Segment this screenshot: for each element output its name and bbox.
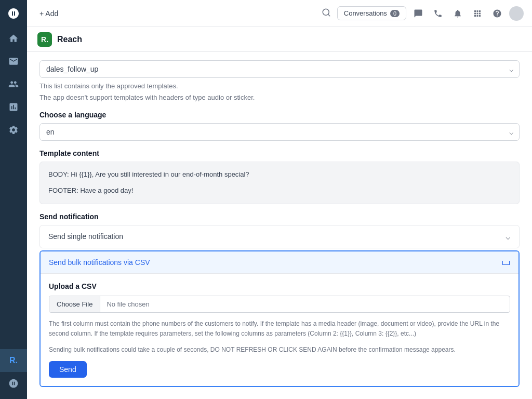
- sidebar-item-settings[interactable]: [0, 118, 27, 141]
- send-button[interactable]: Send: [49, 361, 87, 378]
- topnav: + Add Conversations 0: [27, 0, 532, 27]
- app-logo[interactable]: [0, 0, 27, 27]
- template-footer-text: FOOTER: Have a good day!: [48, 185, 511, 196]
- sidebar-item-reach[interactable]: R.: [0, 349, 27, 372]
- brand-bar: R. Reach: [27, 27, 532, 52]
- conversations-label: Conversations: [344, 9, 387, 17]
- chat-icon[interactable]: [410, 7, 426, 20]
- search-icon[interactable]: [320, 6, 333, 21]
- single-notification-header[interactable]: Send single notification ⌵: [40, 225, 519, 248]
- choose-file-button[interactable]: Choose File: [49, 296, 100, 312]
- template-dropdown[interactable]: dales_follow_up: [39, 60, 520, 78]
- help-icon[interactable]: [489, 7, 505, 20]
- bulk-notification-header[interactable]: Send bulk notifications via CSV ⌴: [41, 251, 518, 273]
- brand-name: Reach: [57, 35, 82, 44]
- send-notification-label: Send notification: [39, 212, 520, 221]
- conversations-badge: 0: [390, 10, 400, 17]
- bulk-notification-chevron: ⌴: [502, 258, 510, 267]
- single-notification-title: Send single notification: [48, 232, 123, 241]
- sidebar-item-home[interactable]: [0, 27, 27, 50]
- template-content-box: BODY: Hi {{1}}, Are you still interested…: [39, 162, 520, 204]
- csv-description-2: Sending bulk notifications could take a …: [49, 345, 510, 355]
- sidebar-item-zendesk[interactable]: [0, 372, 27, 395]
- file-name-display: No file chosen: [100, 296, 510, 312]
- user-avatar[interactable]: [509, 6, 524, 21]
- bell-icon[interactable]: [450, 7, 466, 20]
- sidebar-item-inbox[interactable]: [0, 50, 27, 73]
- apps-icon[interactable]: [470, 7, 485, 20]
- phone-icon[interactable]: [430, 7, 446, 20]
- conversations-button[interactable]: Conversations 0: [337, 6, 406, 20]
- single-notification-accordion: Send single notification ⌵: [39, 225, 520, 248]
- info-line-1: This list contains only the approved tem…: [39, 81, 520, 91]
- single-notification-chevron: ⌵: [506, 232, 511, 242]
- template-content-label: Template content: [39, 149, 520, 157]
- csv-description-1: The first column must contain the phone …: [49, 319, 510, 339]
- main-area: + Add Conversations 0 R. Reach: [27, 0, 532, 399]
- content-area: dales_follow_up ⌵ This list contains onl…: [27, 52, 532, 399]
- bulk-notification-accordion: Send bulk notifications via CSV ⌴ Upload…: [39, 250, 520, 388]
- template-body-text: BODY: Hi {{1}}, Are you still interested…: [48, 169, 511, 180]
- brand-logo: R.: [37, 32, 52, 47]
- language-dropdown-container: en ⌵: [39, 123, 520, 141]
- upload-csv-label: Upload a CSV: [49, 282, 510, 290]
- sidebar-bottom: R.: [0, 349, 27, 399]
- language-label: Choose a language: [39, 111, 520, 119]
- add-button[interactable]: + Add: [35, 7, 62, 20]
- bulk-notification-body: Upload a CSV Choose File No file chosen …: [41, 273, 518, 387]
- bulk-notification-title: Send bulk notifications via CSV: [49, 258, 150, 267]
- template-dropdown-container: dales_follow_up ⌵: [39, 60, 520, 78]
- sidebar-item-contacts[interactable]: [0, 73, 27, 96]
- language-dropdown[interactable]: en: [39, 123, 520, 141]
- sidebar-item-reports[interactable]: [0, 96, 27, 118]
- sidebar: R.: [0, 0, 27, 399]
- info-line-2: The app doesn't support templates with h…: [39, 92, 520, 103]
- file-input-row: Choose File No file chosen: [49, 296, 510, 313]
